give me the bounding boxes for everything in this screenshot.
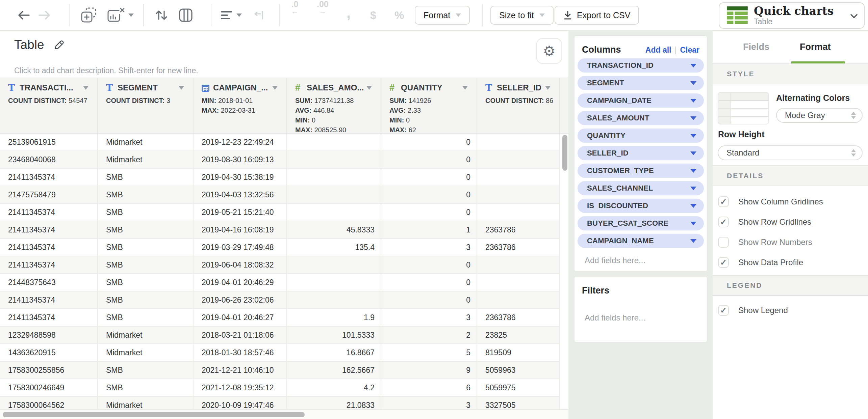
back-button[interactable]	[17, 0, 30, 30]
column-menu-caret-icon[interactable]	[462, 86, 468, 90]
decrease-decimal-button[interactable]: .0 ←	[291, 0, 299, 30]
column-pill-customer_type[interactable]: CUSTOMER_TYPE	[578, 164, 704, 178]
text-type-icon: T	[106, 83, 118, 92]
checkbox-show-row-gridlines[interactable]: ✓Show Row Gridlines	[718, 212, 865, 232]
export-csv-button[interactable]: Export to CSV	[555, 6, 639, 25]
table-cell: 3	[381, 309, 477, 327]
column-pill-campaign_name[interactable]: CAMPAIGN_NAME	[578, 234, 704, 248]
format-dropdown-button[interactable]: Format	[415, 6, 470, 25]
size-to-fit-button[interactable]: Size to fit	[490, 6, 554, 25]
checkbox-icon[interactable]: ✓	[718, 217, 729, 227]
table-cell: 3	[381, 239, 477, 256]
column-pill-is_discounted[interactable]: IS_DISCOUNTED	[578, 199, 704, 213]
pill-menu-caret-icon[interactable]	[690, 81, 696, 85]
checkbox-icon[interactable]: ✓	[718, 305, 729, 316]
table-cell: 21411345374	[0, 221, 98, 239]
pill-menu-caret-icon[interactable]	[690, 169, 696, 173]
column-menu-caret-icon[interactable]	[366, 86, 372, 90]
add-all-link[interactable]: Add all	[645, 46, 671, 55]
vertical-scrollbar[interactable]	[562, 135, 567, 171]
checkbox-show-data-profile[interactable]: ✓Show Data Profile	[718, 252, 865, 273]
filters-add-fields-placeholder[interactable]: Add fields here...	[585, 313, 645, 323]
tab-fields[interactable]: Fields	[743, 42, 769, 52]
increase-decimal-button[interactable]: .00 →	[317, 0, 329, 30]
column-pill-sales_amount[interactable]: SALES_AMOUNT	[578, 111, 704, 125]
table-style-preview	[718, 92, 769, 124]
duplicate-chart-button[interactable]	[80, 0, 97, 30]
table-cell: 2	[381, 327, 477, 344]
table-cell: 2019-04-01 20:46:29	[194, 274, 287, 291]
align-button[interactable]	[220, 0, 242, 30]
column-pill-buyer_csat_score[interactable]: BUYER_CSAT_SCORE	[578, 216, 704, 230]
column-menu-caret-icon[interactable]	[179, 86, 184, 90]
table-column-header[interactable]: TTRANSACTI...COUNT DISTINCT: 54547	[0, 78, 98, 133]
toolbar: .0 ← .00 → , $ % Format Size to fit Expo…	[0, 0, 868, 31]
checkbox-label: Show Row Gridlines	[738, 217, 811, 227]
pill-menu-caret-icon[interactable]	[690, 116, 696, 120]
table-column-header[interactable]: TSEGMENTCOUNT DISTINCT: 3	[98, 78, 194, 133]
table-row: 21411345374SMB2019-05-21 15:21:400	[0, 204, 560, 221]
table-cell: 2363786	[477, 221, 560, 239]
chart-description-placeholder[interactable]: Click to add chart description. Shift-en…	[14, 66, 198, 75]
percent-format-button[interactable]: %	[394, 0, 404, 30]
duplicate-chart-icon	[80, 7, 97, 23]
sort-button[interactable]	[155, 0, 168, 30]
table-cell: 0	[381, 291, 477, 309]
chart-settings-button[interactable]: ⚙	[536, 38, 562, 64]
pill-menu-caret-icon[interactable]	[690, 134, 696, 138]
chevron-down-icon	[128, 13, 134, 17]
checkbox-icon[interactable]	[718, 237, 729, 248]
row-height-select[interactable]: Standard	[718, 145, 863, 160]
wrap-text-button[interactable]	[253, 0, 264, 30]
pill-menu-caret-icon[interactable]	[690, 99, 696, 103]
table-cell: 162.5667	[287, 362, 381, 379]
columns-add-fields-placeholder[interactable]: Add fields here...	[585, 256, 645, 265]
pill-menu-caret-icon[interactable]	[690, 239, 696, 243]
table-cell: SMB	[98, 256, 194, 274]
column-name: QUANTITY	[401, 83, 442, 92]
pill-menu-caret-icon[interactable]	[690, 204, 696, 208]
column-menu-caret-icon[interactable]	[272, 86, 278, 90]
column-pill-campaign_date[interactable]: CAMPAIGN_DATE	[578, 93, 704, 108]
table-column-header[interactable]: #QUANTITYSUM: 141926AVG: 2.33MIN: 0MAX: …	[381, 78, 477, 133]
table-cell: 23825	[477, 327, 560, 344]
thousands-separator-button[interactable]: ,	[347, 0, 351, 30]
column-layout-button[interactable]	[178, 0, 193, 30]
pill-menu-caret-icon[interactable]	[690, 151, 696, 155]
checkbox-show-column-gridlines[interactable]: ✓Show Column Gridlines	[718, 192, 865, 212]
chart-title[interactable]: Table	[14, 38, 44, 52]
checkbox-show-row-numbers[interactable]: Show Row Numbers	[718, 232, 865, 252]
pill-menu-caret-icon[interactable]	[690, 222, 696, 225]
column-stat: MAX: 2022-03-31	[202, 106, 286, 115]
edit-pencil-icon[interactable]	[53, 39, 65, 51]
column-pill-sales_channel[interactable]: SALES_CHANNEL	[578, 181, 704, 195]
remove-chart-button[interactable]	[107, 0, 134, 30]
horizontal-scrollbar[interactable]	[3, 412, 305, 417]
clear-link[interactable]: Clear	[680, 46, 699, 55]
number-type-icon: #	[295, 83, 307, 92]
tab-format[interactable]: Format	[800, 42, 831, 52]
column-menu-caret-icon[interactable]	[545, 86, 551, 90]
column-pill-transaction_id[interactable]: TRANSACTION_ID	[578, 58, 704, 73]
table-cell: 16.8667	[287, 344, 381, 362]
table-cell: 0	[381, 274, 477, 291]
table-cell	[287, 134, 381, 151]
checkbox-show-legend[interactable]: ✓Show Legend	[718, 300, 865, 320]
table-column-header[interactable]: TSELLER_IDCOUNT DISTINCT: 86	[477, 78, 560, 133]
checkbox-icon[interactable]: ✓	[718, 257, 729, 268]
table-column-header[interactable]: CAMPAIGN_...MIN: 2018-01-01MAX: 2022-03-…	[194, 78, 287, 133]
column-stat: COUNT DISTINCT: 3	[106, 96, 193, 106]
column-pill-quantity[interactable]: QUANTITY	[578, 129, 704, 143]
column-menu-caret-icon[interactable]	[83, 86, 88, 90]
column-pill-seller_id[interactable]: SELLER_ID	[578, 146, 704, 160]
chart-type-picker[interactable]: Quick charts Table	[719, 2, 865, 29]
forward-button[interactable]	[38, 0, 51, 30]
table-cell	[287, 169, 381, 186]
pill-menu-caret-icon[interactable]	[690, 64, 696, 67]
currency-format-button[interactable]: $	[370, 0, 376, 30]
pill-menu-caret-icon[interactable]	[690, 187, 696, 190]
alternating-colors-select[interactable]: Mode Gray	[776, 108, 863, 123]
table-column-header[interactable]: #SALES_AMO...SUM: 17374121.38AVG: 446.84…	[287, 78, 381, 133]
checkbox-icon[interactable]: ✓	[718, 196, 729, 207]
column-pill-segment[interactable]: SEGMENT	[578, 76, 704, 90]
